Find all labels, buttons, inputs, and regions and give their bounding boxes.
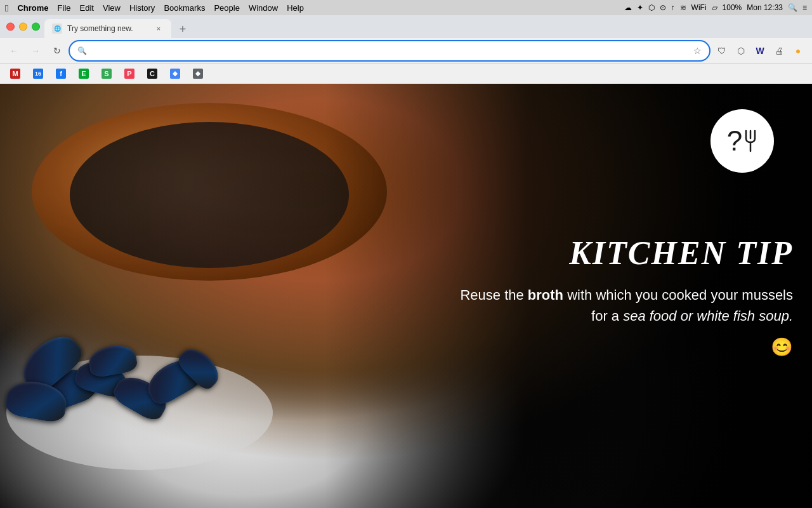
- menu-people[interactable]: People: [214, 3, 239, 13]
- cloud-icon: ☁: [624, 3, 632, 12]
- search-menu-icon[interactable]: 🔍: [788, 3, 797, 12]
- tab-favicon: 🌐: [52, 23, 62, 34]
- logo-circle: ?: [710, 109, 774, 173]
- refresh-button[interactable]: ↻: [48, 42, 66, 60]
- w-extension-icon[interactable]: W: [751, 42, 769, 60]
- kitchen-tip-logo: ?: [710, 109, 774, 173]
- forward-button[interactable]: →: [27, 42, 44, 60]
- desc-bold: broth: [528, 287, 563, 303]
- active-tab[interactable]: 🌐 Try something new. ×: [44, 19, 171, 38]
- bookmark-calendar[interactable]: 16: [28, 66, 48, 81]
- hero-section: ? KITCHEN TIP Reuse the broth: [0, 84, 812, 508]
- new-tab-button[interactable]: +: [174, 20, 192, 38]
- wifi-icon: WiFi: [691, 3, 707, 12]
- clipper-favicon: C: [147, 69, 157, 79]
- close-window-button[interactable]: [6, 23, 15, 31]
- facebook-favicon: f: [56, 69, 66, 79]
- datetime-label: Mon 12:33: [747, 3, 783, 12]
- battery-label: 100%: [723, 3, 742, 12]
- menu-view[interactable]: View: [103, 3, 121, 13]
- bookmark-diamond2[interactable]: ◆: [188, 66, 208, 81]
- evernote-favicon: E: [79, 69, 89, 79]
- kitchen-tip-title: KITCHEN TIP: [460, 234, 793, 272]
- back-button[interactable]: ←: [5, 42, 23, 60]
- menubar-left:  Chrome File Edit View History Bookmark…: [5, 3, 304, 13]
- menubar-right: ☁ ✦ ⬡ ⊙ ↑ ≋ WiFi ▱ 100% Mon 12:33 🔍 ≡: [624, 3, 807, 12]
- traffic-lights: [6, 23, 40, 31]
- menu-chrome[interactable]: Chrome: [17, 3, 48, 13]
- apple-icon[interactable]: : [5, 3, 8, 13]
- menubar:  Chrome File Edit View History Bookmark…: [0, 0, 812, 15]
- tab-close-button[interactable]: ×: [154, 23, 164, 34]
- bookmark-pocket[interactable]: P: [119, 66, 140, 81]
- bookmarks-bar: M 16 f E S P C ◆ ◆: [0, 64, 812, 84]
- camera-icon: ⊙: [660, 3, 666, 12]
- bluetooth-icon: ✦: [637, 3, 643, 12]
- address-bar: 🔍 ☆: [70, 41, 709, 60]
- hero-text-block: KITCHEN TIP Reuse the broth with which y…: [460, 234, 793, 358]
- print-icon[interactable]: 🖨: [770, 42, 788, 60]
- fork-svg: [743, 130, 757, 152]
- diamond1-favicon: ◆: [170, 69, 180, 79]
- maximize-window-button[interactable]: [32, 23, 40, 31]
- upload-icon: ↑: [671, 3, 675, 12]
- desc-italic: sea food or white fish soup.: [623, 308, 793, 324]
- menu-help[interactable]: Help: [287, 3, 304, 13]
- desc-line1-start: Reuse the: [460, 287, 527, 303]
- menu-window[interactable]: Window: [249, 3, 278, 13]
- profile-icon[interactable]: ●: [789, 42, 807, 60]
- notification-icon[interactable]: ≡: [802, 3, 807, 12]
- tab-title: Try something new.: [67, 24, 133, 33]
- desc-line1-end: with which you cooked your mussels: [563, 287, 793, 303]
- antivirus-icon: ⬡: [648, 3, 655, 12]
- bookmark-star-icon[interactable]: ☆: [693, 46, 702, 56]
- bookmark-clipper[interactable]: C: [142, 66, 162, 81]
- menu-history[interactable]: History: [129, 3, 155, 13]
- cast-icon[interactable]: ⬡: [732, 42, 750, 60]
- bookmark-gmail[interactable]: M: [5, 66, 25, 81]
- diamond2-favicon: ◆: [193, 69, 203, 79]
- menu-edit[interactable]: Edit: [80, 3, 94, 13]
- bookmark-diamond1[interactable]: ◆: [165, 66, 185, 81]
- gmail-favicon: M: [10, 69, 20, 79]
- menu-file[interactable]: File: [58, 3, 71, 13]
- nav-toolbar: ← → ↻ 🔍 ☆ 🛡 ⬡ W 🖨 ●: [0, 38, 812, 64]
- desc-line2-start: for a: [591, 308, 623, 324]
- calendar-favicon: 16: [33, 69, 43, 79]
- extra-icon: ≋: [680, 3, 686, 12]
- pocket-favicon: P: [124, 69, 134, 79]
- search-icon: 🔍: [77, 46, 87, 55]
- shield-icon: 🛡: [713, 42, 731, 60]
- smile-emoji: 😊: [460, 337, 793, 358]
- bookmark-evernote[interactable]: E: [74, 66, 94, 81]
- toolbar-right-icons: 🛡 ⬡ W 🖨 ●: [713, 42, 807, 60]
- airplay-icon: ▱: [712, 3, 717, 12]
- minimize-window-button[interactable]: [19, 23, 27, 31]
- address-input[interactable]: [91, 46, 690, 55]
- tab-bar: 🌐 Try something new. × +: [0, 15, 812, 38]
- content-area: ? KITCHEN TIP Reuse the broth: [0, 84, 812, 508]
- bookmark-facebook[interactable]: f: [51, 66, 71, 81]
- menu-bookmarks[interactable]: Bookmarks: [164, 3, 205, 13]
- fork-question-icon: ?: [727, 125, 757, 157]
- question-mark: ?: [727, 125, 742, 157]
- sheets-favicon: S: [102, 69, 112, 79]
- hero-description: Reuse the broth with which you cooked yo…: [460, 284, 793, 326]
- bookmark-sheets[interactable]: S: [96, 66, 117, 81]
- chrome-window: 🌐 Try something new. × + ← → ↻ 🔍 ☆ 🛡 ⬡ W…: [0, 15, 812, 508]
